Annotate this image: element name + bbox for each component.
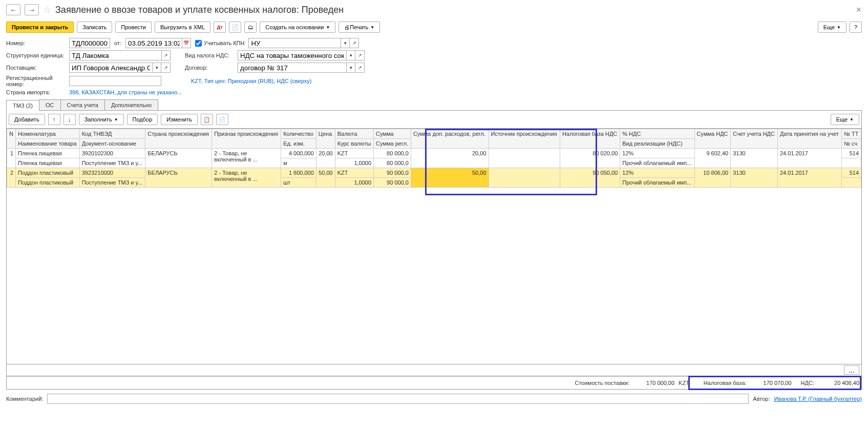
close-icon[interactable]: ✕ [856, 6, 862, 14]
fill-button[interactable]: Заполнить▼ [79, 114, 124, 125]
post-button[interactable]: Провести [115, 22, 152, 33]
col-qty[interactable]: Количество [281, 129, 316, 139]
items-table: N Номенклатура Код ТНВЭД Страна происхож… [7, 129, 861, 188]
author-link[interactable]: Иванова Т.Р. (Главный бухгалтер) [774, 396, 862, 402]
base-value: 170 070,00 [751, 380, 792, 386]
col-currency[interactable]: Валюта [335, 129, 373, 139]
price-info-link[interactable]: KZT, Тип цен: Приходная (RUB), НДС (свер… [191, 78, 311, 84]
open-icon[interactable]: ↗ [161, 50, 171, 60]
country-link[interactable]: 398, КАЗАХСТАН, для страны не указано... [69, 89, 182, 95]
col-price[interactable]: Цена [316, 129, 335, 149]
comment-input[interactable] [47, 394, 749, 404]
country-label: Страна импорта: [6, 89, 65, 95]
kpn-checkbox[interactable]: Учитывать КПН [195, 40, 245, 47]
col-sch[interactable]: № сч [842, 139, 861, 149]
dropdown-icon[interactable]: ▾ [152, 63, 161, 73]
col-add-exp[interactable]: Сумма доп. расходов, регл. [411, 129, 489, 149]
move-down-button[interactable]: ↓ [63, 114, 76, 125]
col-acct[interactable]: Счет учета НДС [731, 129, 778, 149]
col-tnved[interactable]: Код ТНВЭД [79, 129, 145, 139]
pick-button[interactable]: Подбор [127, 114, 158, 125]
dropdown-icon[interactable]: ▾ [346, 63, 355, 73]
number-input[interactable] [69, 38, 110, 48]
vattype-label: Вид налога НДС: [185, 52, 234, 58]
reg-label: Регистрационный номер: [6, 75, 65, 87]
reg-input[interactable] [69, 76, 161, 86]
supplier-input[interactable] [69, 63, 152, 73]
col-doc[interactable]: Документ-основание [79, 139, 145, 149]
col-acc-date[interactable]: Дата принятия на учет [777, 129, 841, 149]
more-button[interactable]: Еще▼ [818, 22, 846, 33]
struct-label: Структурная единица: [6, 52, 65, 58]
col-tax-base[interactable]: Налоговая база НДС [560, 129, 620, 149]
col-origin-country[interactable]: Страна происхождения [145, 129, 212, 149]
structure-icon-button[interactable]: 🗂 [244, 22, 257, 33]
post-and-close-button[interactable]: Провести и закрыть [6, 22, 74, 33]
report-icon-button[interactable]: 📄 [229, 22, 241, 33]
cost-label: Стоимость поставки: [575, 380, 629, 386]
edit-button[interactable]: Изменить [161, 114, 198, 125]
col-sum[interactable]: Сумма [374, 129, 411, 139]
save-button[interactable]: Записать [77, 22, 112, 33]
add-button[interactable]: Добавить [9, 114, 45, 125]
from-label: от: [114, 40, 121, 46]
paste-icon-button[interactable]: 📄 [216, 114, 228, 125]
vat-label: НДС: [801, 380, 814, 386]
struct-input[interactable] [69, 50, 161, 60]
favorite-star-icon[interactable]: ☆ [43, 4, 51, 15]
col-source[interactable]: Источник происхождения [489, 129, 560, 149]
col-vat-pct[interactable]: % НДС [620, 129, 694, 139]
supplier-label: Поставщик: [6, 65, 65, 71]
col-name[interactable]: Наименование товара [16, 139, 80, 149]
table-row[interactable]: 1 Пленка пищевая 3920102300 БЕЛАРУСЬ 2 -… [7, 149, 861, 158]
dropdown-icon[interactable]: ▾ [346, 50, 355, 60]
open-icon[interactable]: ↗ [161, 63, 171, 73]
open-icon[interactable]: ↗ [350, 38, 359, 48]
move-up-button[interactable]: ↑ [48, 114, 60, 125]
kpn-input[interactable] [248, 38, 341, 48]
cost-value: 170 000,00 [633, 380, 674, 386]
author-label: Автор: [753, 396, 770, 402]
date-picker-icon[interactable]: 📅 [182, 38, 191, 48]
tab-more-button[interactable]: Еще▼ [831, 114, 859, 125]
col-sum-regl[interactable]: Сумма регл. [374, 139, 411, 149]
open-icon[interactable]: ↗ [355, 50, 365, 60]
help-button[interactable]: ? [850, 22, 862, 33]
date-input[interactable] [125, 38, 182, 48]
col-unit[interactable]: Ед. изм. [281, 139, 316, 149]
col-tt[interactable]: № ТТ [842, 129, 861, 139]
print-button[interactable]: 🖨 Печать▼ [338, 22, 380, 33]
comment-label: Комментарий: [6, 396, 43, 402]
vattype-input[interactable] [238, 50, 346, 60]
table-scroll-area[interactable]: N Номенклатура Код ТНВЭД Страна происхож… [6, 129, 862, 364]
contract-label: Договор: [185, 65, 234, 71]
tab-accounts[interactable]: Счета учета [60, 99, 105, 110]
table-row-selected[interactable]: 2 Поддон пластиковый 3923210000 БЕЛАРУСЬ… [7, 168, 861, 178]
col-origin-sign[interactable]: Признак происхождения [212, 129, 281, 149]
open-icon[interactable]: ↗ [355, 63, 365, 73]
cost-currency: KZT [679, 380, 689, 386]
col-vat-sum[interactable]: Сумма НДС [694, 129, 731, 149]
expand-button[interactable]: ... [844, 365, 859, 375]
tab-os[interactable]: ОС [39, 99, 61, 110]
export-xml-button[interactable]: Выгрузить в XML [155, 22, 210, 33]
base-label: Налоговая база: [704, 380, 747, 386]
nav-back-button[interactable]: ← [6, 4, 20, 15]
col-vat-type[interactable]: Вид реализации (НДС) [620, 139, 694, 149]
col-n[interactable]: N [7, 129, 16, 149]
dropdown-icon[interactable]: ▾ [341, 38, 350, 48]
col-nomen[interactable]: Номенклатура [16, 129, 80, 139]
active-cell[interactable]: 50,00 [411, 168, 489, 188]
dtkt-icon-button[interactable]: Дт [214, 22, 226, 33]
nav-forward-button[interactable]: → [25, 4, 39, 15]
create-based-button[interactable]: Создать на основании▼ [260, 22, 335, 33]
vat-value: 20 408,40 [818, 380, 859, 386]
number-label: Номер: [6, 40, 65, 46]
page-title: Заявление о ввозе товаров и уплате косве… [55, 5, 344, 15]
col-rate[interactable]: Курс валюты [335, 139, 373, 149]
tab-tmz[interactable]: ТМЗ (2) [6, 100, 39, 111]
tab-additional[interactable]: Дополнительно [104, 99, 158, 110]
contract-input[interactable] [238, 63, 346, 73]
copy-icon-button[interactable]: 📋 [201, 114, 213, 125]
